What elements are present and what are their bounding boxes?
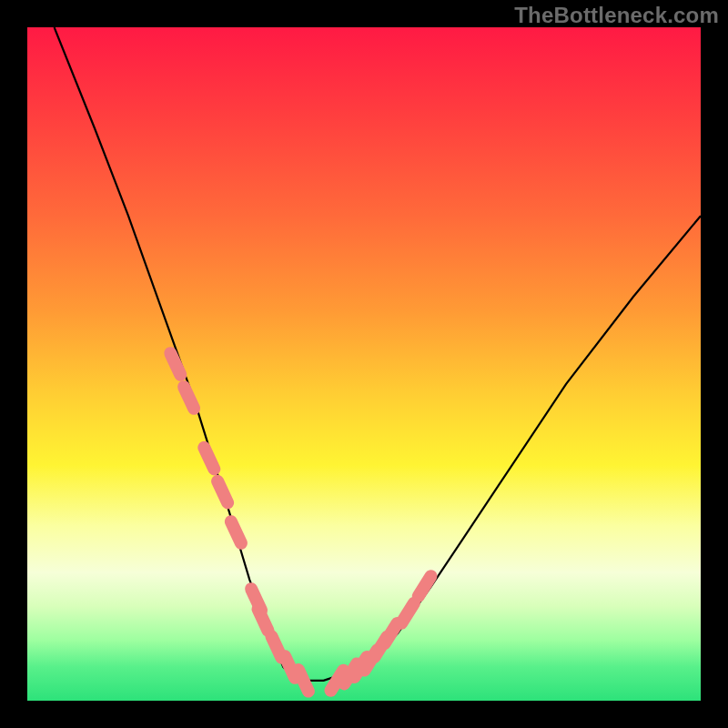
bottleneck-curve (55, 27, 701, 681)
chart-svg (27, 27, 701, 701)
right-markers-group (331, 576, 431, 691)
marker-segment (217, 481, 228, 503)
marker-segment (184, 387, 194, 409)
marker-segment (419, 576, 431, 596)
watermark-text: TheBottleneck.com (514, 3, 719, 28)
marker-segment (385, 623, 398, 643)
marker-segment (401, 603, 414, 623)
chart-container: TheBottleneck.com (0, 0, 728, 728)
plot-area (27, 27, 701, 701)
marker-segment (204, 448, 214, 470)
marker-segment (231, 521, 241, 543)
marker-segment (298, 670, 308, 692)
marker-segment (170, 353, 180, 375)
left-markers-group (170, 353, 308, 691)
marker-segment (258, 609, 268, 631)
